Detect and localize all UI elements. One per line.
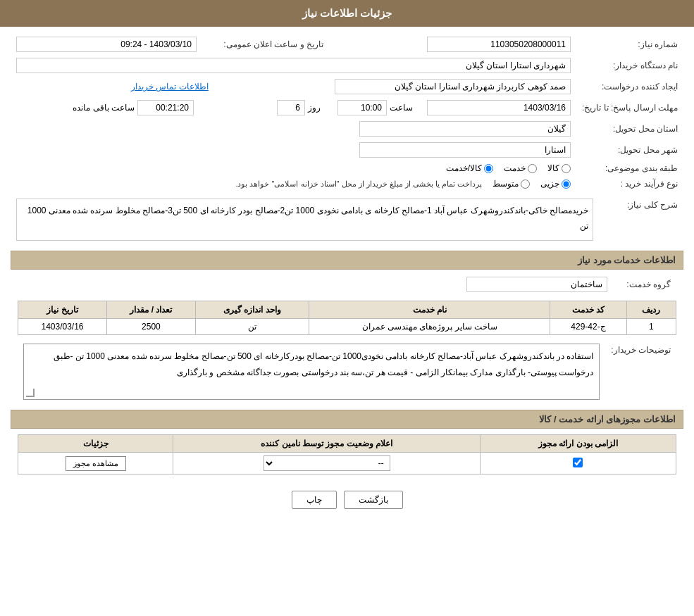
process-jozvi-label: جزیی: [540, 179, 559, 189]
col-header-name: نام خدمت: [309, 301, 550, 319]
page-header: جزئیات اطلاعات نیاز: [0, 0, 694, 27]
process-motavaset-label: متوسط: [492, 179, 519, 189]
need-number-value: 1103050208000011: [427, 37, 571, 52]
service-info-title: اطلاعات خدمات مورد نیاز: [11, 251, 683, 270]
category-kala-khedmat-option[interactable]: کالا/خدمت: [446, 163, 493, 173]
service-group-table: گروه خدمت: ساختمان: [18, 274, 676, 295]
response-time-value: 10:00: [337, 100, 387, 115]
remaining-label: ساعت باقی مانده: [73, 103, 135, 113]
category-radio-group: کالا خدمت کالا/خدمت: [16, 163, 571, 173]
province-label: استان محل تحویل:: [576, 118, 683, 139]
process-label: نوع فرآیند خرید :: [576, 176, 683, 191]
category-kala-label: کالا: [547, 163, 559, 173]
need-description-value: خریدمصالح خاکی-باندکندروشهرک عباس آباد 1…: [16, 199, 593, 241]
col-header-unit: واحد اندازه گیری: [195, 301, 309, 319]
buyer-org-value: شهرداری استارا استان گیلان: [16, 58, 571, 73]
buyer-notes-table: توضیحات خریدار: استفاده در باندکندروشهرک…: [18, 341, 676, 403]
need-description-label: شرح کلی نیاز:: [599, 196, 683, 244]
creator-contact-link[interactable]: اطلاعات تماس خریدار: [131, 82, 209, 92]
page-container: جزئیات اطلاعات نیاز شماره نیاز: 11030502…: [0, 0, 694, 616]
process-note: پرداخت تمام یا بخشی از مبلغ خریدار از مح…: [235, 180, 482, 189]
permits-col-details: جزئیات: [18, 435, 173, 453]
permit-mandatory-checkbox[interactable]: [573, 458, 583, 467]
permit-status-select[interactable]: --: [264, 455, 390, 471]
category-khedmat-option[interactable]: خدمت: [504, 163, 537, 173]
category-kala-option[interactable]: کالا: [547, 163, 571, 173]
response-day-label: روز: [308, 103, 321, 113]
service-group-value: ساختمان: [466, 277, 607, 292]
col-header-code: کد خدمت: [550, 301, 627, 319]
col-header-date: تاریخ نیاز: [18, 301, 107, 319]
buyer-notes-value: استفاده در باندکندروشهرک عباس آباد-مصالح…: [23, 344, 600, 400]
city-label: شهر محل تحویل:: [576, 139, 683, 161]
cell-name: ساخت سایر پروژه‌های مهندسی عمران: [309, 319, 550, 335]
main-content: شماره نیاز: 1103050208000011 تاریخ و ساع…: [0, 27, 694, 527]
process-jozvi-radio[interactable]: [562, 180, 571, 189]
service-table: ردیف کد خدمت نام خدمت واحد اندازه گیری ت…: [18, 301, 676, 335]
permit-mandatory-cell: [480, 453, 676, 474]
footer-buttons: بازگشت چاپ: [11, 480, 683, 520]
cell-unit: تن: [195, 319, 309, 335]
need-description-table: شرح کلی نیاز: خریدمصالح خاکی-باندکندروشه…: [11, 196, 683, 244]
process-motavaset-option[interactable]: متوسط: [492, 179, 530, 189]
back-button[interactable]: بازگشت: [344, 491, 403, 509]
table-row: 1 ج-42-429 ساخت سایر پروژه‌های مهندسی عم…: [18, 319, 676, 335]
process-motavaset-radio[interactable]: [521, 180, 530, 189]
response-deadline-label: مهلت ارسال پاسخ: تا تاریخ:: [576, 97, 683, 118]
permit-details-cell: مشاهده مجوز: [18, 453, 173, 474]
page-title: جزئیات اطلاعات نیاز: [302, 7, 392, 19]
process-type-row: جزیی متوسط پرداخت تمام یا بخشی از مبلغ خ…: [16, 179, 571, 189]
col-header-qty: تعداد / مقدار: [107, 301, 196, 319]
buyer-org-label: نام دستگاه خریدار:: [576, 55, 683, 76]
view-permit-button[interactable]: مشاهده مجوز: [66, 456, 126, 471]
cell-date: 1403/03/16: [18, 319, 107, 335]
category-kala-khedmat-label: کالا/خدمت: [446, 163, 482, 173]
process-jozvi-option[interactable]: جزیی: [540, 179, 571, 189]
response-days-value: 6: [277, 100, 305, 115]
service-info-section: گروه خدمت: ساختمان ردیف کد خدمت نام خدمت…: [11, 274, 683, 403]
service-group-label: گروه خدمت:: [613, 274, 676, 295]
permit-status-cell: --: [173, 453, 481, 474]
permit-row: -- مشاهده مجوز: [18, 453, 676, 474]
cell-qty: 2500: [107, 319, 196, 335]
permits-col-mandatory: الزامی بودن ارائه مجوز: [480, 435, 676, 453]
announce-date-value: 1403/03/10 - 09:24: [16, 37, 197, 52]
permits-col-status: اعلام وضعیت مجوز توسط نامین کننده: [173, 435, 481, 453]
announce-date-label: تاریخ و ساعت اعلان عمومی:: [202, 34, 329, 55]
creator-value: صمد کوهی کاربرداز شهرداری استارا استان گ…: [335, 79, 571, 94]
city-value: استارا: [359, 142, 571, 158]
response-time-label: ساعت: [390, 103, 413, 113]
category-label: طبقه بندی موضوعی:: [576, 161, 683, 176]
category-khedmat-label: خدمت: [504, 163, 526, 173]
category-khedmat-radio[interactable]: [528, 164, 537, 173]
province-value: گیلان: [359, 121, 571, 137]
permits-section-title: اطلاعات مجوزهای ارائه خدمت / کالا: [11, 410, 683, 429]
creator-label: ایجاد کننده درخواست:: [576, 76, 683, 97]
response-date-value: 1403/03/16: [427, 100, 571, 115]
basic-info-table: شماره نیاز: 1103050208000011 تاریخ و ساع…: [11, 34, 683, 191]
permits-table: الزامی بودن ارائه مجوز اعلام وضعیت مجوز …: [18, 434, 676, 474]
cell-row: 1: [626, 319, 676, 335]
cell-code: ج-42-429: [550, 319, 627, 335]
print-button[interactable]: چاپ: [292, 491, 337, 509]
need-number-label: شماره نیاز:: [576, 34, 683, 55]
buyer-notes-label: توضیحات خریدار:: [605, 341, 676, 403]
category-kala-radio[interactable]: [562, 164, 571, 173]
remaining-value: 00:21:20: [137, 100, 194, 115]
col-header-row: ردیف: [626, 301, 676, 319]
permits-section: الزامی بودن ارائه مجوز اعلام وضعیت مجوز …: [11, 434, 683, 474]
category-kala-khedmat-radio[interactable]: [484, 164, 493, 173]
